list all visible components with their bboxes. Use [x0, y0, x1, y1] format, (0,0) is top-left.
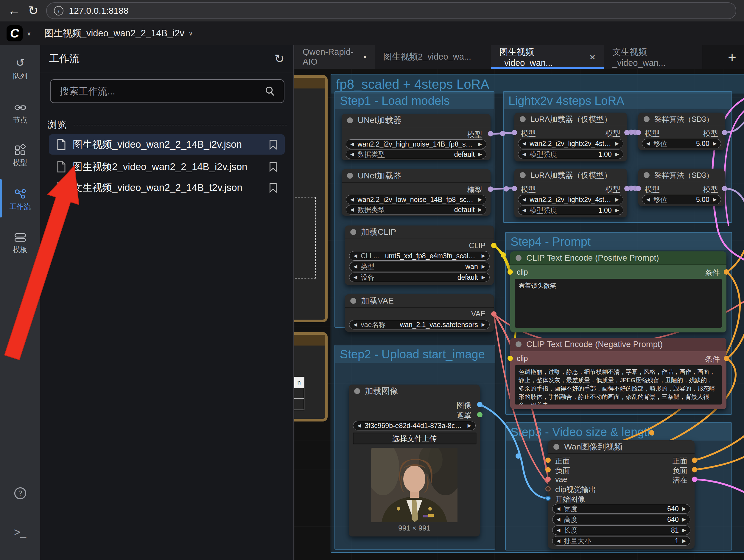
prompt-textarea[interactable]: 看着镜头微笑 [515, 279, 722, 328]
reload-icon[interactable]: ↻ [28, 4, 38, 17]
image-preview[interactable] [371, 448, 457, 522]
output-image-dot[interactable] [477, 402, 483, 407]
workflow-search-input[interactable] [59, 85, 264, 97]
length-widget[interactable]: ◀ 长度 81 ▶ [552, 525, 691, 535]
tab-i2v-active[interactable]: 图生视频_video_wan... × [491, 45, 604, 69]
model-file-widget[interactable]: ◀ wan2.2_i2v_low_noise_14B_fp8_scaled.sa… [346, 195, 486, 204]
group-title[interactable]: fp8_scaled + 4steps LoRA [331, 74, 744, 94]
node-load-image[interactable]: 加载图像 图像 遮罩 ◀ 3f3c969b-e82d-44d1-873a-8cb… [349, 384, 480, 536]
node-sd3-sampling-high[interactable]: 采样算法（SD3） 模型 模型 ◀ 移位 5.00 ▶ [638, 113, 724, 150]
sidebar-item-nodes[interactable]: 节点 [0, 102, 40, 125]
browse-section-header[interactable]: 浏览 [47, 118, 287, 132]
collapse-dot[interactable] [347, 117, 353, 123]
shift-widget[interactable]: ◀ 移位 5.00 ▶ [642, 139, 721, 148]
clipped-node[interactable] [294, 75, 328, 322]
graph-canvas[interactable]: n fp8_scaled + 4steps LoRA Step1 - Load … [294, 69, 744, 560]
group-title[interactable]: Step4 - Prompt [506, 233, 732, 250]
output-positive-dot[interactable] [692, 457, 697, 463]
output-vae-dot[interactable] [491, 311, 496, 316]
output-conditioning-dot[interactable] [724, 269, 729, 275]
output-negative-dot[interactable] [692, 467, 697, 473]
logo-chevron-down-icon[interactable]: ∨ [27, 30, 31, 37]
output-conditioning-dot[interactable] [724, 356, 729, 361]
output-model-dot[interactable] [722, 130, 727, 135]
collapse-dot[interactable] [350, 298, 356, 304]
output-model-dot[interactable] [488, 131, 493, 137]
collapse-dot[interactable] [644, 116, 649, 122]
shift-widget[interactable]: ◀ 移位 5.00 ▶ [642, 195, 721, 204]
lora-file-widget[interactable]: ◀ wan2.2_i2v_lightx2v_4steps_lora_ ... ▶ [518, 195, 623, 204]
lora-strength-widget[interactable]: ◀ 模型强度 1.00 ▶ [518, 150, 623, 159]
dtype-widget[interactable]: ◀ 数据类型 default ▶ [346, 150, 486, 159]
new-tab-button[interactable]: + [720, 45, 744, 69]
node-wan-image-to-video[interactable]: Wan图像到视频 正面 正面 负面 负面 vae 潜在 clip视觉输出 开始图… [548, 440, 695, 549]
lora-file-widget[interactable]: ◀ wan2.2_i2v_lightx2v_4steps_lora_ ... ▶ [518, 139, 623, 148]
dtype-widget[interactable]: ◀ 数据类型 default ▶ [346, 205, 486, 215]
bookmark-icon[interactable] [269, 162, 277, 172]
comfyui-logo-icon[interactable]: C [6, 25, 23, 41]
terminal-button[interactable]: >_ [0, 526, 40, 538]
width-widget[interactable]: ◀ 宽度 640 ▶ [552, 504, 691, 514]
input-positive-dot[interactable] [545, 457, 551, 463]
lora-strength-widget[interactable]: ◀ 模型强度 1.00 ▶ [518, 206, 623, 215]
input-clip-dot[interactable] [508, 356, 513, 361]
workflow-title[interactable]: 图生视频_video_wan2_2_14B_i2v [44, 27, 184, 40]
input-vae-dot[interactable] [545, 477, 551, 482]
group-title[interactable]: Step1 - Load models [335, 92, 494, 109]
address-bar[interactable]: i 127.0.0.1:8188 [46, 2, 736, 19]
choose-file-upload-button[interactable]: 选择文件上传 [353, 433, 476, 444]
sidebar-item-templates[interactable]: 模板 [0, 231, 40, 254]
input-model-dot[interactable] [636, 186, 641, 191]
collapse-dot[interactable] [553, 444, 559, 450]
input-clip-dot[interactable] [508, 269, 513, 275]
help-button[interactable]: ? [0, 486, 40, 501]
output-latent-dot[interactable] [692, 477, 697, 482]
collapse-dot[interactable] [516, 255, 522, 261]
collapse-dot[interactable] [520, 172, 526, 178]
node-load-vae[interactable]: 加载VAE VAE ◀ vae名称 wan_2.1_vae.safetensor… [345, 294, 494, 332]
group-title[interactable]: Step3 - Video size & length [506, 423, 732, 441]
node-clip-text-encode-negative[interactable]: CLIP Text Encode (Negative Prompt) clip … [510, 338, 727, 409]
sidebar-item-models[interactable]: 模型 [0, 144, 40, 167]
back-icon[interactable]: ← [8, 4, 20, 17]
output-clip-dot[interactable] [491, 243, 496, 248]
collapse-dot[interactable] [350, 229, 356, 235]
input-negative-dot[interactable] [545, 467, 551, 473]
sidebar-item-workflows[interactable]: 工作流 [0, 188, 40, 212]
input-model-dot[interactable] [636, 130, 641, 135]
collapse-dot[interactable] [520, 116, 526, 122]
input-clip-vision-dot[interactable] [545, 486, 551, 491]
input-model-dot[interactable] [512, 130, 517, 135]
output-model-dot[interactable] [488, 186, 493, 192]
image-file-widget[interactable]: ◀ 3f3c969b-e82d-44d1-873a-8cb6383b41c ..… [353, 421, 476, 431]
output-model-dot[interactable] [722, 186, 727, 191]
clip-type-widget[interactable]: ◀ 类型 wan ▶ [349, 262, 490, 271]
collapse-dot[interactable] [354, 388, 360, 394]
group-title[interactable]: Step2 - Upload start_image [335, 345, 495, 363]
sidebar-item-queue[interactable]: ↺ 队列 [0, 56, 40, 81]
input-model-dot[interactable] [512, 186, 517, 191]
bookmark-icon[interactable] [269, 139, 277, 150]
output-model-dot[interactable] [624, 186, 630, 191]
output-mask-dot[interactable] [477, 412, 483, 417]
title-chevron-down-icon[interactable]: ∨ [189, 30, 193, 37]
node-unet-loader-high[interactable]: UNet加载器 模型 ◀ wan2.2_i2v_high_noise_14B_f… [342, 114, 490, 160]
output-model-dot[interactable] [624, 130, 630, 135]
node-lora-loader-low[interactable]: LoRA加载器（仅模型） 模型 模型 ◀ wan2.2_i2v_lightx2v… [514, 169, 627, 218]
prompt-textarea[interactable]: 色调艳丽，过曝，静态，细节模糊不清，字幕，风格，作品，画作，画面，静止，整体发灰… [515, 365, 722, 405]
node-lora-loader-high[interactable]: LoRA加载器（仅模型） 模型 模型 ◀ wan2.2_i2v_lightx2v… [514, 113, 627, 161]
node-load-clip[interactable]: 加载CLIP CLIP ◀ CLI ... umt5_xxl_fp8_e4m3f… [345, 225, 494, 285]
tab-qwen-rapid-aio[interactable]: Qwen-Rapid-AIO ● [294, 45, 375, 69]
collapse-dot[interactable] [644, 172, 649, 178]
clip-file-widget[interactable]: ◀ CLI ... umt5_xxl_fp8_e4m3fn_scaled.saf… [349, 251, 490, 261]
workflow-list-item[interactable]: 图生视频2_video_wan2_2_14B_i2v.json [49, 157, 285, 177]
model-file-widget[interactable]: ◀ wan2.2_i2v_high_noise_14B_fp8_scaled.s… [346, 139, 486, 149]
workflow-list-item[interactable]: 图生视频_video_wan2_2_14B_i2v.json [49, 134, 285, 155]
workflow-list-item[interactable]: 文生视频_video_wan2_2_14B_t2v.json [49, 178, 285, 198]
tab-t2v[interactable]: 文生视频_video_wan... [604, 45, 702, 69]
input-start-image-dot[interactable] [545, 496, 551, 501]
height-widget[interactable]: ◀ 高度 640 ▶ [552, 515, 691, 524]
close-tab-icon[interactable]: × [589, 51, 595, 63]
tab-i2v-2[interactable]: 图生视频2_video_wa... [375, 45, 491, 69]
batch-size-widget[interactable]: ◀ 批量大小 1 ▶ [552, 536, 691, 546]
